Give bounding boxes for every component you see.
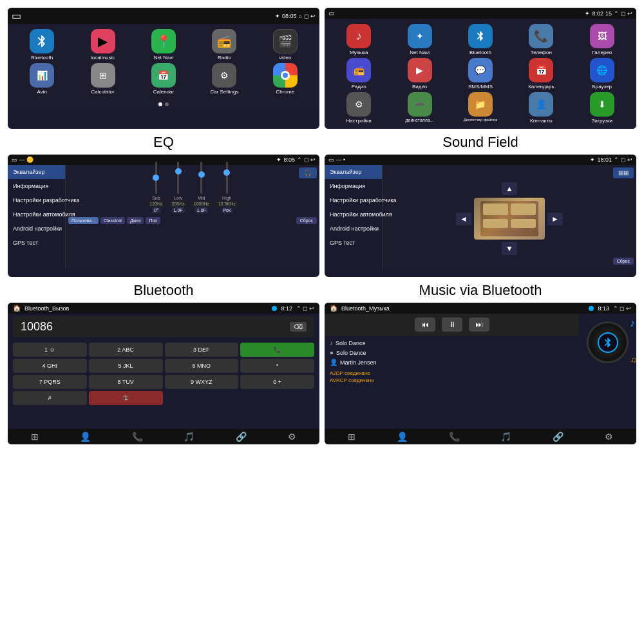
app-telefon[interactable]: 📞 Телефон xyxy=(512,24,570,55)
app-gallery[interactable]: 🖼 Галерея xyxy=(573,24,631,55)
app-calculator[interactable]: ⊞ Calculator xyxy=(73,63,131,95)
eq-sidebar-equalizer[interactable]: Эквалайзер xyxy=(8,165,65,179)
sf-sidebar-carset[interactable]: Настройки автомобиля xyxy=(325,207,382,222)
sf-sidebar-androidset[interactable]: Android настройки xyxy=(325,222,382,236)
sf-nav-left[interactable]: ◄ xyxy=(456,213,471,225)
app-uninstall[interactable]: ➖ деинсталла... xyxy=(390,92,448,124)
preset-jazz[interactable]: Джаз xyxy=(127,217,144,224)
bt-bottom-link[interactable]: 🔗 xyxy=(236,431,247,442)
sf-reset-button[interactable]: Сброс xyxy=(613,258,634,265)
vinyl-container: ♪ ♫ xyxy=(587,321,629,363)
home-icon[interactable]: ▭ xyxy=(12,10,21,22)
time-display: 08:05 xyxy=(282,13,297,19)
note-icon-1: ♪ xyxy=(330,339,333,346)
bt-call-bottom-bar: ⊞ 👤 📞 🎵 🔗 ⚙ xyxy=(8,429,319,444)
sf-navigation: ▲ xyxy=(502,182,517,195)
sf-nav-right[interactable]: ► xyxy=(547,213,563,225)
preset-pop[interactable]: Поп xyxy=(146,217,160,224)
track-3[interactable]: 👤 Martin Jensen xyxy=(330,357,574,367)
dial-4[interactable]: 4 GHI xyxy=(13,359,87,373)
delete-button[interactable]: ⌫ xyxy=(290,322,307,332)
app-calendar-ru[interactable]: 📅 Календарь xyxy=(512,58,570,90)
app-car-settings[interactable]: ⚙ Car Settings xyxy=(195,63,253,95)
app-browser[interactable]: 🌐 Браузер xyxy=(573,58,631,90)
bt-bottom-music[interactable]: 🎵 xyxy=(184,431,194,442)
app-radio[interactable]: 📻 Radio xyxy=(195,29,253,61)
eq-icon-button[interactable]: 🎧 xyxy=(299,167,317,178)
pause-button[interactable]: ⏸ xyxy=(442,317,462,332)
dial-0[interactable]: 0 + xyxy=(240,375,314,389)
app-sms[interactable]: 💬 SMS/MMS xyxy=(451,58,509,90)
app-localmusic[interactable]: ▶ localmusic xyxy=(73,29,131,61)
dial-end[interactable]: 📵 xyxy=(89,391,163,405)
app-settings-ru[interactable]: ⚙ Настройки xyxy=(330,92,388,124)
app-netnavi[interactable]: 📍 Net Navi xyxy=(135,29,193,61)
app-bluetooth[interactable]: Bluetooth xyxy=(13,29,71,61)
next-button[interactable]: ⏭ xyxy=(469,317,489,332)
bt-music-bottom-music[interactable]: 🎵 xyxy=(500,431,511,442)
preset-custom[interactable]: Пользова... xyxy=(68,217,99,224)
app-sms-label: SMS/MMS xyxy=(468,84,493,90)
dial-2[interactable]: 2 ABC xyxy=(89,343,163,357)
bt-music-right: ♪ ♫ xyxy=(579,314,636,429)
bt-bottom-grid[interactable]: ⊞ xyxy=(31,431,39,442)
bt-bottom-user[interactable]: 👤 xyxy=(80,431,91,442)
music-track-list: ♪ Solo Dance ● Solo Dance 👤 Martin Jense… xyxy=(325,336,579,429)
app-chrome[interactable]: Chrome xyxy=(256,63,314,95)
bt-bottom-phone[interactable]: 📞 xyxy=(132,431,143,442)
screen-eq: ▭ — 🟡 ✦ 8:05 ⌃◻↩ Эквалайзер Информация Н… xyxy=(8,155,319,277)
sf-sidebar-info[interactable]: Информация xyxy=(325,179,382,193)
dial-9[interactable]: 9 WXYZ xyxy=(165,375,239,389)
eq-sidebar-gps[interactable]: GPS тест xyxy=(8,236,65,250)
app-contacts[interactable]: 👤 Контакты xyxy=(512,92,570,124)
dial-6[interactable]: 6 MNO xyxy=(165,359,239,373)
bt-bottom-settings[interactable]: ⚙ xyxy=(288,431,296,442)
music-note-1: ♪ xyxy=(630,317,635,329)
app-downloads-label: Загрузки xyxy=(592,118,612,124)
eq-sidebar-devset[interactable]: Настройки разработчика xyxy=(8,193,65,207)
eq-sidebar-androidset[interactable]: Android настройки xyxy=(8,222,65,236)
bt-music-bottom-settings[interactable]: ⚙ xyxy=(605,431,613,442)
preset-classical[interactable]: Classical xyxy=(100,217,125,224)
app-video[interactable]: 🎬 video xyxy=(256,29,314,61)
app-netnavi-ru[interactable]: ✦ Net Navi xyxy=(390,24,448,55)
eq-sidebar-info[interactable]: Информация xyxy=(8,179,65,193)
track-1[interactable]: ♪ Solo Dance xyxy=(330,338,574,348)
app-radio-ru[interactable]: 📻 Радио xyxy=(330,58,388,90)
dial-1[interactable]: 1 ☺ xyxy=(13,343,87,357)
dial-7[interactable]: 7 PQRS xyxy=(13,375,87,389)
home-icon-ru[interactable]: ▭ xyxy=(328,10,334,17)
bt-music-bottom-grid[interactable]: ⊞ xyxy=(348,431,355,442)
sf-nav-down[interactable]: ▼ xyxy=(502,242,517,255)
prev-button[interactable]: ⏮ xyxy=(415,317,435,332)
app-avin[interactable]: 📊 Avin xyxy=(13,63,71,95)
app-downloads[interactable]: ⬇ Загрузки xyxy=(573,92,631,124)
dial-hash[interactable]: # xyxy=(13,391,87,405)
sf-nav-up[interactable]: ▲ xyxy=(502,182,517,195)
sound-field-label: Sound Field xyxy=(442,130,518,151)
app-muzyka[interactable]: ♪ Музыка xyxy=(330,24,388,55)
sf-car-image xyxy=(474,198,545,240)
eq-sidebar-carset[interactable]: Настройки автомобиля xyxy=(8,207,65,222)
dial-call[interactable]: 📞 xyxy=(240,343,314,357)
dial-8[interactable]: 8 TUV xyxy=(89,375,163,389)
app-video-ru[interactable]: ▶ Видео xyxy=(390,58,448,90)
app-bluetooth-ru[interactable]: Bluetooth xyxy=(451,24,509,55)
bt-music-bottom-link[interactable]: 🔗 xyxy=(553,431,564,442)
app-calendar[interactable]: 📅 Calendar xyxy=(135,63,193,95)
sf-sidebar-gps[interactable]: GPS тест xyxy=(325,236,382,250)
bt-music-bottom-phone[interactable]: 📞 xyxy=(449,431,460,442)
app-filemanager[interactable]: 📁 Диспетчер файлов xyxy=(451,92,509,124)
eq-reset-button[interactable]: Сброс xyxy=(296,217,317,224)
dialpad: 1 ☺ 2 ABC 3 DEF 📞 4 GHI 5 JKL 6 MNO * 7 … xyxy=(8,340,319,408)
bt-music-bottom-user[interactable]: 👤 xyxy=(397,431,408,442)
dial-5[interactable]: 5 JKL xyxy=(89,359,163,373)
track-2[interactable]: ● Solo Dance xyxy=(330,348,574,357)
sf-sidebar-equalizer[interactable]: Эквалайзер xyxy=(325,165,382,179)
bt-circle xyxy=(598,332,618,353)
dial-star[interactable]: * xyxy=(240,359,314,373)
sf-sidebar-devset[interactable]: Настройки разработчика xyxy=(325,193,382,207)
dial-3[interactable]: 3 DEF xyxy=(165,343,239,357)
bt-music-bottom-bar: ⊞ 👤 📞 🎵 🔗 ⚙ xyxy=(325,429,636,444)
sf-icon-button[interactable]: ⊞⊞ xyxy=(613,167,634,178)
